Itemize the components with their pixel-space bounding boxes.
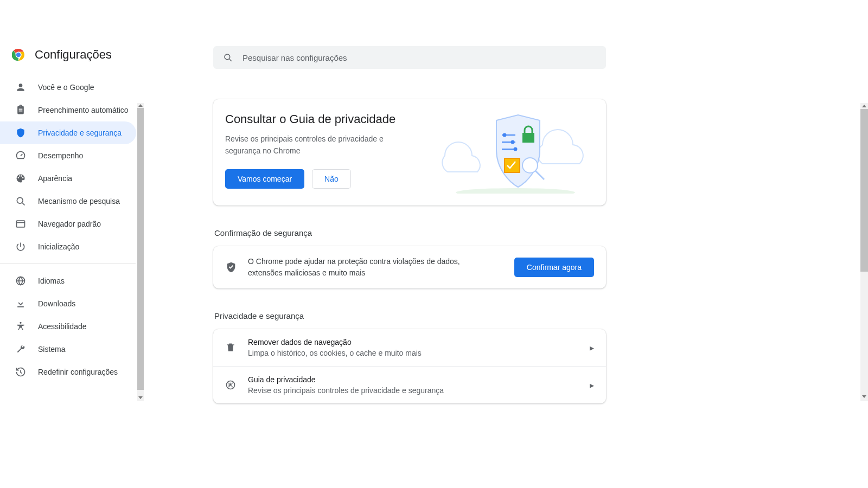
privacy-guide-illustration [437, 112, 594, 194]
sidebar-item-label: Sistema [38, 345, 66, 354]
sidebar-item-label: Navegador padrão [38, 220, 101, 228]
sidebar-item-label: Inicialização [38, 242, 79, 251]
privacy-guide-title: Consultar o Guia de privacidade [225, 112, 426, 126]
accessibility-icon [15, 321, 26, 332]
safety-check-card: O Chrome pode ajudar na proteção contra … [213, 246, 606, 288]
nav-divider [0, 264, 136, 264]
sidebar-item-search-engine[interactable]: Mecanismo de pesquisa [0, 190, 136, 213]
sidebar-item-label: Acessibilidade [38, 322, 87, 331]
svg-rect-15 [522, 133, 534, 143]
svg-point-17 [522, 158, 538, 173]
svg-rect-4 [17, 221, 25, 227]
scroll-thumb[interactable] [137, 108, 144, 390]
search-icon [15, 196, 26, 207]
row-text: Remover dados de navegação Limpa o histó… [248, 338, 578, 357]
sidebar-item-label: Downloads [38, 299, 75, 308]
shield-icon [15, 127, 26, 138]
app-root: Você e o Google Preenchimento automático… [0, 0, 868, 488]
chevron-right-icon: ▸ [590, 380, 594, 390]
scroll-down-icon[interactable] [862, 395, 866, 398]
sidebar-item-appearance[interactable]: Aparência [0, 167, 136, 190]
nav-primary: Você e o Google Preenchimento automático… [0, 76, 144, 258]
scroll-up-icon[interactable] [138, 104, 143, 107]
shield-check-icon [225, 261, 237, 273]
scroll-thumb[interactable] [860, 109, 868, 272]
sidebar-item-label: Redefinir configurações [38, 368, 118, 376]
sidebar-item-label: Desempenho [38, 151, 83, 160]
clear-browsing-data-row[interactable]: Remover dados de navegação Limpa o histó… [213, 329, 606, 366]
sidebar-item-label: Privacidade e segurança [38, 129, 122, 137]
row-text: Guia de privacidade Revise os principais… [248, 375, 578, 395]
safety-check-text: O Chrome pode ajudar na proteção contra … [248, 256, 503, 279]
no-button[interactable]: Não [312, 169, 351, 189]
globe-icon [15, 275, 26, 286]
palette-icon [15, 173, 26, 184]
privacy-guide-buttons: Vamos começar Não [225, 169, 426, 189]
svg-point-12 [511, 140, 515, 144]
search-input[interactable] [242, 53, 596, 62]
sidebar-item-label: Você e o Google [38, 83, 94, 92]
sidebar-item-downloads[interactable]: Downloads [0, 292, 136, 315]
search-bar[interactable] [213, 46, 606, 69]
sidebar-item-on-startup[interactable]: Inicialização [0, 235, 136, 258]
sidebar-item-system[interactable]: Sistema [0, 338, 136, 361]
sidebar-item-you-and-google[interactable]: Você e o Google [0, 76, 136, 99]
sidebar-item-languages[interactable]: Idiomas [0, 269, 136, 292]
sidebar-scrollbar[interactable] [137, 103, 144, 401]
sidebar-item-reset[interactable]: Redefinir configurações [0, 361, 136, 383]
privacy-security-list: Remover dados de navegação Limpa o histó… [213, 329, 606, 403]
row-title: Guia de privacidade [248, 375, 578, 384]
svg-point-14 [514, 147, 518, 151]
compass-icon [225, 380, 236, 390]
scroll-up-icon[interactable] [862, 105, 866, 107]
start-button[interactable]: Vamos começar [225, 169, 304, 189]
wrench-icon [15, 344, 26, 355]
scroll-down-icon[interactable] [138, 396, 143, 399]
sidebar-item-label: Idiomas [38, 277, 65, 285]
sidebar-item-performance[interactable]: Desempenho [0, 144, 136, 167]
row-title: Remover dados de navegação [248, 338, 578, 346]
chevron-right-icon: ▸ [590, 343, 594, 353]
person-icon [15, 82, 26, 93]
privacy-guide-description: Revise os principais controles de privac… [225, 133, 420, 157]
search-icon [223, 53, 233, 62]
nav-secondary: Idiomas Downloads Acessibilidade Sistema [0, 269, 144, 383]
download-icon [15, 298, 26, 309]
main-scrollbar[interactable] [860, 103, 868, 401]
sidebar-item-autofill[interactable]: Preenchimento automático [0, 99, 136, 121]
sidebar-item-accessibility[interactable]: Acessibilidade [0, 315, 136, 338]
sidebar-item-label: Mecanismo de pesquisa [38, 197, 120, 206]
privacy-guide-text: Consultar o Guia de privacidade Revise o… [225, 112, 426, 194]
svg-point-6 [20, 322, 21, 324]
privacy-guide-row[interactable]: Guia de privacidade Revise os principais… [213, 366, 606, 403]
svg-point-3 [17, 197, 23, 203]
svg-point-7 [225, 54, 230, 60]
svg-point-10 [503, 133, 507, 137]
sidebar-item-default-browser[interactable]: Navegador padrão [0, 213, 136, 235]
clipboard-icon [15, 105, 26, 115]
content-column: Consultar o Guia de privacidade Revise o… [213, 99, 606, 403]
svg-line-18 [535, 171, 544, 179]
privacy-security-section-label: Privacidade e segurança [214, 311, 606, 320]
sidebar-item-label: Preenchimento automático [38, 106, 129, 114]
sidebar-item-privacy-security[interactable]: Privacidade e segurança [0, 121, 136, 144]
restore-icon [15, 367, 26, 377]
check-now-button[interactable]: Confirmar agora [514, 258, 594, 277]
privacy-guide-card: Consultar o Guia de privacidade Revise o… [213, 99, 606, 206]
svg-point-8 [456, 188, 575, 194]
safety-check-section-label: Confirmação de segurança [214, 228, 606, 237]
window-icon [15, 219, 26, 229]
sidebar-item-label: Aparência [38, 174, 72, 183]
main-content: Consultar o Guia de privacidade Revise o… [144, 27, 868, 488]
power-icon [15, 241, 26, 252]
speedometer-icon [15, 150, 26, 161]
row-subtitle: Revise os principais controles de privac… [248, 386, 578, 395]
trash-icon [225, 342, 236, 353]
row-subtitle: Limpa o histórico, os cookies, o cache e… [248, 349, 578, 357]
sidebar: Você e o Google Preenchimento automático… [0, 27, 144, 488]
